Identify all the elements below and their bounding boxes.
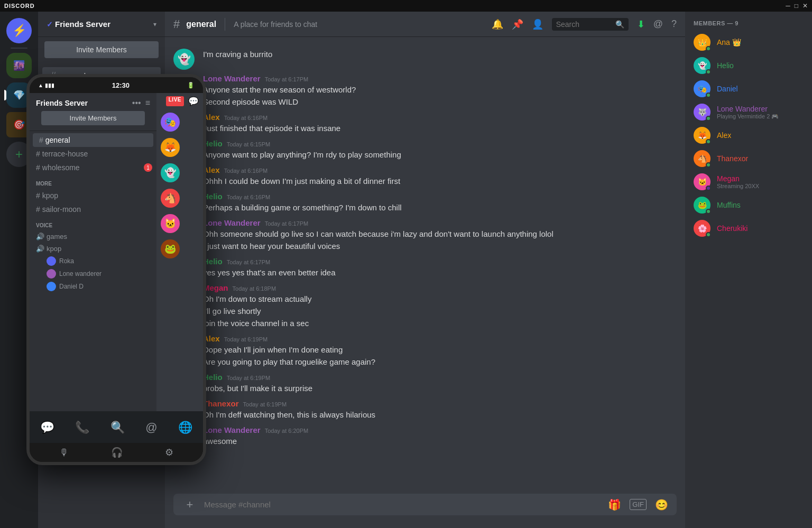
message-msg1: 👻 I'm craving a burrito — [165, 45, 685, 72]
phone-channel-item-wholesome[interactable]: # wholesome 1 — [30, 161, 156, 174]
member-name: Megan — [717, 174, 804, 183]
member-item-ana[interactable]: 👑 Ana 👑 — [689, 31, 808, 54]
member-item-daniel[interactable]: 🎭 Daniel — [689, 77, 808, 100]
bell-icon[interactable]: 🔔 — [492, 18, 503, 30]
download-icon[interactable]: ⬇ — [637, 18, 645, 30]
voice-user-name: Lone wanderer — [59, 270, 102, 277]
at-icon[interactable]: @ — [653, 18, 663, 30]
message-msg6: 👻 Helio Today at 6:16PM Perhaps a buildi… — [165, 190, 685, 216]
phone-dm-item-4[interactable]: 🐴 — [156, 186, 203, 211]
avatar: 🐴 — [694, 150, 710, 167]
avatar: 🐴 — [161, 189, 180, 208]
phone-app: Friends Server ••• ≡ Invite Members # ge… — [30, 93, 203, 411]
gif-button[interactable]: GIF — [630, 499, 647, 510]
phone-voice-user-roka[interactable]: Roka — [30, 255, 156, 267]
member-status: Streaming 20XX — [717, 183, 804, 189]
phone-dm-item-2[interactable]: 🦊 — [156, 135, 203, 160]
phone-dm-item-1[interactable]: 🎭 — [156, 109, 203, 135]
message-text: awesome — [203, 436, 677, 447]
invite-members-button[interactable]: Invite Members — [44, 41, 159, 58]
member-info: Daniel — [717, 85, 804, 93]
member-name: Daniel — [717, 85, 804, 93]
member-item-lone-wanderer[interactable]: 🐺 Lone Wanderer Playing Vermintide 2 🎮 — [689, 100, 808, 124]
help-icon[interactable]: ? — [671, 18, 677, 30]
member-item-alex[interactable]: 🦊 Alex — [689, 124, 808, 147]
emoji-icon[interactable]: 😊 — [655, 498, 668, 511]
phone-voice-user-lone-wanderer[interactable]: Lone wanderer — [30, 267, 156, 280]
message-content: Lone Wanderer Today at 6:17PM Anyone sta… — [203, 74, 677, 108]
message-header: Alex Today at 6:16PM — [203, 165, 677, 174]
avatar — [47, 282, 56, 291]
message-header: Helio Today at 6:15PM — [203, 139, 677, 148]
channel-name: sailor-moon — [42, 205, 81, 214]
channel-name: terrace-house — [42, 150, 88, 158]
server-icon-1[interactable]: 🌆 — [6, 53, 32, 78]
phone-dm-item-3[interactable]: 👻 — [156, 160, 203, 186]
chat-input-icons: 🎁 GIF 😊 — [608, 498, 668, 511]
message-timestamp: Today at 6:17PM — [265, 76, 309, 82]
message-timestamp: Today at 6:20PM — [265, 428, 309, 434]
phone-voice-user-daniel-d[interactable]: Daniel D — [30, 280, 156, 293]
member-item-megan[interactable]: 🐱 Megan Streaming 20XX — [689, 170, 808, 193]
three-dots-icon[interactable]: ••• — [132, 98, 141, 108]
close-button[interactable]: ✕ — [802, 2, 808, 10]
phone-channel-item-terrace-house[interactable]: # terrace-house — [30, 147, 156, 161]
phone-channel-item-kpop[interactable]: # kpop — [30, 189, 156, 202]
member-item-helio[interactable]: 👻 Helio — [689, 54, 808, 77]
phone-channel-item-general[interactable]: # general — [33, 133, 153, 147]
phone-dm-item-6[interactable]: 🐸 — [156, 236, 203, 262]
phone-invite-button[interactable]: Invite Members — [41, 111, 145, 125]
server-icon-home[interactable]: ⚡ — [6, 18, 32, 43]
phone-dm-item-5[interactable]: 🐱 — [156, 211, 203, 236]
speaker-icon: 🔊 — [36, 245, 44, 253]
status-dot — [706, 92, 711, 98]
microphone-icon[interactable]: 🎙 — [59, 447, 69, 458]
minimize-button[interactable]: ─ — [786, 2, 790, 10]
phone-server-header-area: Friends Server ••• ≡ Invite Members — [30, 93, 156, 131]
members-icon[interactable]: 👤 — [532, 18, 543, 30]
message-input[interactable] — [204, 494, 602, 515]
message-header: Lone Wanderer Today at 6:17PM — [203, 218, 677, 227]
search-input[interactable] — [556, 20, 611, 29]
message-content: Helio Today at 6:16PM Perhaps a building… — [203, 192, 677, 214]
message-content: Alex Today at 6:19PM Dope yeah I'll join… — [203, 334, 677, 368]
avatar: 👻 — [161, 163, 180, 182]
message-content: Lone Wanderer Today at 6:20PM awesome — [203, 425, 677, 448]
phone-chat-icon[interactable]: 💬 — [40, 421, 54, 434]
title-bar: DISCORD ─ □ ✕ — [0, 0, 812, 12]
avatar: 🐸 — [694, 197, 710, 214]
phone-channel-item-sailor-moon[interactable]: # sailor-moon — [30, 202, 156, 216]
attach-file-button[interactable]: + — [182, 497, 198, 513]
pin-icon[interactable]: 📌 — [512, 18, 523, 30]
server-header[interactable]: ✓ Friends Server ▾ — [38, 12, 165, 37]
member-name: Alex — [717, 131, 804, 140]
phone-audio-controls: 🎙 🎧 ⚙ — [30, 443, 203, 462]
voice-channel-name: games — [47, 233, 67, 240]
settings-icon[interactable]: ⚙ — [165, 447, 173, 458]
status-dot — [706, 162, 711, 168]
search-box[interactable]: 🔍 — [552, 18, 629, 31]
member-item-cherukiki[interactable]: 🌸 Cherukiki — [689, 217, 808, 240]
phone-call-icon[interactable]: 📞 — [75, 421, 89, 434]
phone-voice-kpop[interactable]: 🔊 kpop — [30, 243, 156, 255]
header-icons: 🔔 📌 👤 🔍 ⬇ @ ? — [492, 18, 677, 31]
menu-icon[interactable]: ≡ — [145, 98, 150, 108]
status-dot — [706, 209, 711, 214]
phone-search-icon[interactable]: 🔍 — [110, 421, 125, 434]
message-content: Helio Today at 6:15PM Anyone want to pla… — [203, 139, 677, 161]
headphones-icon[interactable]: 🎧 — [111, 447, 123, 458]
member-item-muffins[interactable]: 🐸 Muffins — [689, 193, 808, 217]
status-dot — [706, 139, 711, 144]
phone-voice-games[interactable]: 🔊 games — [30, 230, 156, 243]
status-dot — [706, 116, 711, 121]
message-timestamp: Today at 6:18PM — [233, 285, 276, 292]
maximize-button[interactable]: □ — [795, 2, 798, 10]
member-item-thanexor[interactable]: 🐴 Thanexor — [689, 147, 808, 170]
phone-at-icon[interactable]: @ — [145, 421, 157, 434]
window-controls[interactable]: ─ □ ✕ — [786, 2, 808, 10]
avatar — [47, 256, 56, 266]
avatar: 🐸 — [161, 239, 180, 258]
message-timestamp: Today at 6:16PM — [224, 168, 268, 174]
gift-icon[interactable]: 🎁 — [608, 498, 621, 511]
phone-globe-icon[interactable]: 🌐 — [178, 421, 192, 434]
